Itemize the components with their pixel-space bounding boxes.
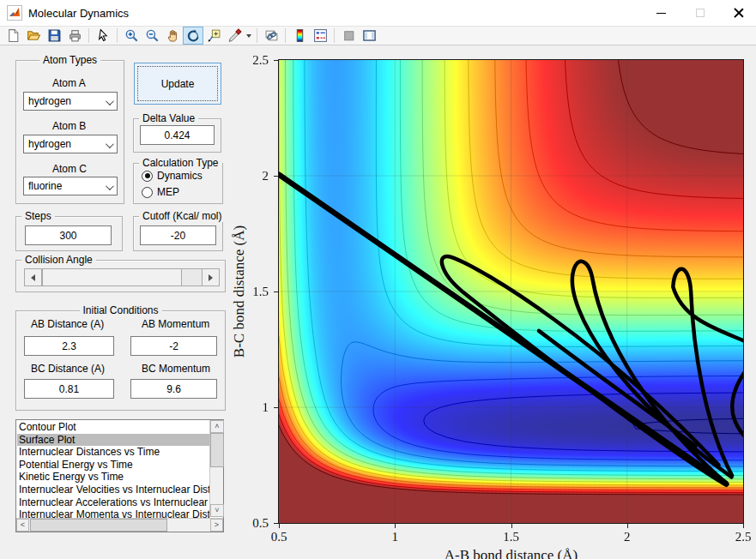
brush-button[interactable] bbox=[224, 27, 245, 45]
y-tick-label: 0.5 bbox=[252, 516, 269, 531]
y-tick-label: 1 bbox=[263, 400, 269, 415]
pan-button[interactable] bbox=[162, 27, 183, 45]
pointer-button[interactable] bbox=[93, 27, 113, 45]
minimize-icon bbox=[656, 13, 666, 14]
hide-plot-tools-icon bbox=[342, 28, 356, 43]
x-tick-mark bbox=[511, 524, 512, 528]
y-tick-mark bbox=[274, 60, 278, 61]
zoom-out-icon bbox=[145, 28, 160, 43]
x-tick-label: 1.5 bbox=[503, 530, 519, 544]
minimize-button[interactable] bbox=[642, 0, 680, 26]
brush-icon bbox=[227, 28, 242, 43]
x-tick-label: 2.5 bbox=[735, 530, 752, 544]
toolbar-separator bbox=[285, 28, 286, 43]
y-tick-mark bbox=[274, 407, 278, 408]
new-file-icon bbox=[6, 28, 21, 43]
brush-dropdown-caret[interactable] bbox=[245, 27, 253, 45]
show-plot-tools-icon bbox=[362, 28, 377, 43]
maximize-icon bbox=[696, 9, 705, 17]
save-icon bbox=[47, 28, 62, 43]
app-window: Molecular Dynamics Atom Types Atom A hyd… bbox=[0, 0, 756, 559]
print-icon bbox=[68, 28, 82, 43]
new-file-button[interactable] bbox=[3, 27, 23, 45]
toolbar-separator bbox=[117, 28, 118, 43]
zoom-in-button[interactable] bbox=[121, 27, 142, 45]
matlab-app-icon bbox=[7, 5, 22, 21]
x-tick-mark bbox=[627, 524, 628, 528]
open-file-icon bbox=[27, 28, 41, 43]
window-title: Molecular Dynamics bbox=[28, 7, 129, 20]
title-bar: Molecular Dynamics bbox=[0, 0, 756, 26]
toolbar-separator bbox=[257, 28, 257, 43]
rotate-3d-icon bbox=[186, 28, 201, 43]
insert-colorbar-icon bbox=[293, 28, 307, 43]
y-tick-label: 1.5 bbox=[252, 285, 269, 299]
x-tick-mark bbox=[395, 524, 396, 528]
x-tick-mark bbox=[743, 524, 744, 528]
toolbar-separator bbox=[334, 28, 335, 43]
insert-legend-icon bbox=[313, 28, 328, 43]
save-button[interactable] bbox=[44, 27, 64, 45]
x-tick-label: 0.5 bbox=[271, 530, 287, 544]
link-plots-button[interactable] bbox=[261, 27, 281, 45]
pointer-icon bbox=[96, 28, 111, 43]
data-cursor-button[interactable] bbox=[203, 27, 224, 45]
toolbar-separator bbox=[88, 28, 89, 43]
close-button[interactable] bbox=[719, 0, 756, 26]
insert-colorbar-button[interactable] bbox=[289, 27, 310, 45]
link-plots-icon bbox=[264, 28, 279, 43]
close-icon bbox=[734, 8, 744, 18]
caret-down-icon bbox=[246, 34, 251, 38]
pan-icon bbox=[166, 28, 180, 43]
plot-region: A-B bond distance (Å) B-C bond distance … bbox=[0, 45, 756, 559]
x-tick-label: 2 bbox=[624, 530, 631, 544]
rotate-3d-button[interactable] bbox=[183, 27, 203, 45]
x-tick-mark bbox=[279, 524, 280, 528]
insert-legend-button[interactable] bbox=[310, 27, 330, 45]
hide-plot-tools-button[interactable] bbox=[338, 27, 359, 45]
show-plot-tools-button[interactable] bbox=[359, 27, 379, 45]
x-axis-label: A-B bond distance (Å) bbox=[445, 547, 578, 559]
data-cursor-icon bbox=[207, 28, 221, 43]
pes-contour-plot-canvas[interactable] bbox=[279, 60, 743, 523]
zoom-out-button[interactable] bbox=[142, 27, 162, 45]
y-tick-mark bbox=[274, 176, 278, 177]
maximize-button[interactable] bbox=[680, 0, 719, 26]
y-axis-label: B-C bond distance (Å) bbox=[231, 225, 248, 358]
y-tick-label: 2 bbox=[263, 169, 269, 183]
y-tick-label: 2.5 bbox=[252, 53, 269, 68]
x-tick-label: 1 bbox=[392, 530, 399, 544]
y-tick-mark bbox=[274, 523, 278, 524]
print-button[interactable] bbox=[64, 27, 85, 45]
y-tick-mark bbox=[274, 292, 278, 292]
open-file-button[interactable] bbox=[23, 27, 44, 45]
zoom-in-icon bbox=[124, 28, 139, 43]
figure-toolbar bbox=[0, 26, 756, 45]
